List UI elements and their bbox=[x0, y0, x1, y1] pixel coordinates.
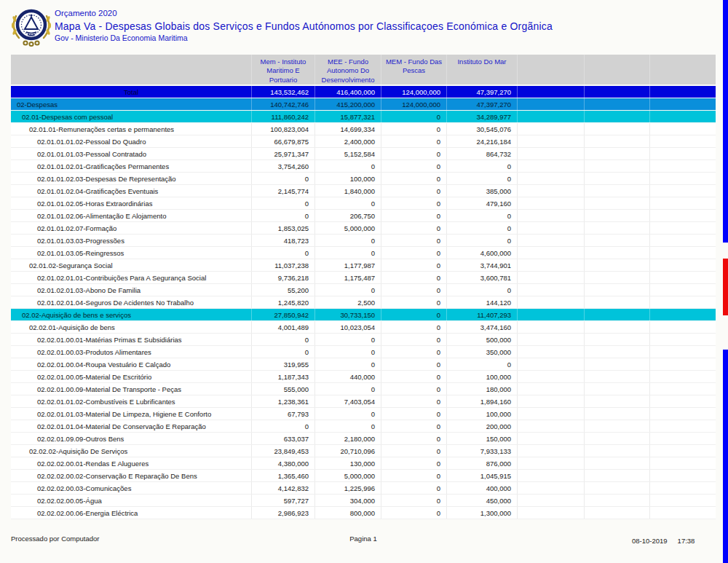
edge-bar-blue-bottom[interactable] bbox=[723, 350, 728, 563]
value-cell-empty bbox=[517, 148, 584, 160]
value-cell-empty bbox=[649, 247, 716, 259]
value-cell: 0 bbox=[381, 495, 446, 506]
value-cell: 0 bbox=[251, 346, 314, 358]
value-cell-empty bbox=[649, 408, 716, 420]
value-cell-empty bbox=[517, 383, 584, 395]
table-row: 02.01.02-Segurança Social11,037,2381,177… bbox=[11, 259, 716, 272]
value-cell-empty bbox=[517, 495, 584, 506]
table-row: 02.02.02.00.02-Conservação E Reparação D… bbox=[11, 470, 716, 482]
value-cell-empty bbox=[584, 309, 649, 320]
column-header-0: Mem - Instituto Maritimo E Portuario bbox=[251, 55, 314, 84]
table-row: 02.01.01.01.03-Pessoal Contratado25,971,… bbox=[11, 148, 716, 160]
value-cell: 3,754,260 bbox=[251, 160, 314, 172]
value-cell: 0 bbox=[381, 135, 446, 147]
value-cell: 0 bbox=[381, 433, 446, 444]
value-cell-empty bbox=[517, 222, 584, 234]
table-row: 02.01.01.02.04-Gratificações Eventuais2,… bbox=[11, 185, 716, 197]
table-body: Total143,532,462416,400,000124,000,00047… bbox=[11, 86, 716, 519]
value-cell: 304,000 bbox=[314, 495, 381, 506]
row-label: 02.01-Despesas com pessoal bbox=[11, 111, 251, 122]
value-cell: 4,600,000 bbox=[446, 247, 517, 259]
table-row: 02.01.01.01.02-Pessoal Do Quadro66,679,8… bbox=[11, 135, 716, 148]
value-cell: 4,142,832 bbox=[251, 482, 314, 494]
table-row: 02.02.01.00.01-Matérias Primas E Subsidi… bbox=[11, 334, 716, 346]
value-cell-empty bbox=[649, 98, 716, 110]
value-cell: 1,245,820 bbox=[251, 296, 314, 308]
value-cell: 864,732 bbox=[446, 148, 517, 160]
value-cell: 0 bbox=[381, 445, 446, 457]
row-label: 02.01.01.03.03-Progressões bbox=[11, 235, 251, 246]
row-label: 02.01.02.01.03-Abono De Familia bbox=[11, 284, 251, 296]
value-cell: 0 bbox=[381, 111, 446, 122]
value-cell-empty bbox=[517, 160, 584, 172]
value-cell: 0 bbox=[381, 160, 446, 172]
value-cell-empty bbox=[584, 222, 649, 234]
row-label: Total bbox=[11, 86, 251, 98]
value-cell: 0 bbox=[314, 346, 381, 358]
edge-bar-blue-top[interactable] bbox=[723, 0, 728, 243]
value-cell: 10,023,054 bbox=[314, 321, 381, 333]
page-header: Orçamento 2020 Mapa Va - Despesas Globai… bbox=[55, 9, 553, 42]
value-cell: 100,000 bbox=[314, 173, 381, 184]
value-cell-empty bbox=[584, 408, 649, 420]
table-row: 02.02.02.00.01-Rendas E Alugueres4,380,0… bbox=[11, 457, 716, 470]
value-cell: 9,736,218 bbox=[251, 272, 314, 283]
value-cell-empty bbox=[649, 445, 716, 457]
value-cell: 0 bbox=[381, 259, 446, 271]
value-cell-empty bbox=[584, 371, 649, 382]
value-cell: 0 bbox=[381, 358, 446, 370]
value-cell-empty bbox=[584, 173, 649, 184]
value-cell: 1,225,996 bbox=[314, 482, 381, 494]
value-cell: 23,849,453 bbox=[251, 445, 314, 457]
value-cell-empty bbox=[584, 111, 649, 122]
value-cell: 0 bbox=[251, 420, 314, 432]
value-cell-empty bbox=[584, 482, 649, 494]
value-cell: 30,733,150 bbox=[314, 309, 381, 320]
value-cell: 0 bbox=[381, 148, 446, 160]
value-cell-empty bbox=[584, 86, 649, 98]
value-cell: 0 bbox=[251, 334, 314, 345]
table-row: 02.02.01.09.09-Outros Bens633,0372,180,0… bbox=[11, 433, 716, 445]
value-cell: 100,000 bbox=[446, 408, 517, 420]
table-row: 02.01.02.01.01-Contribuições Para A Segu… bbox=[11, 272, 716, 284]
row-label: 02.02.02.00.02-Conservação E Reparação D… bbox=[11, 470, 251, 481]
value-cell-empty bbox=[584, 321, 649, 333]
column-headers: Mem - Instituto Maritimo E PortuarioMEE … bbox=[11, 55, 716, 86]
value-cell-empty bbox=[517, 321, 584, 333]
value-cell: 2,400,000 bbox=[314, 135, 381, 147]
value-cell-empty bbox=[517, 309, 584, 320]
value-cell: 3,474,160 bbox=[446, 321, 517, 333]
value-cell-empty bbox=[649, 86, 716, 98]
value-cell: 0 bbox=[314, 247, 381, 259]
row-label: 02.02.01.00.04-Roupa Vestuário E Calçado bbox=[11, 358, 251, 370]
value-cell: 0 bbox=[446, 222, 517, 234]
cabo-verde-coat-of-arms-logo bbox=[9, 6, 54, 48]
value-cell: 206,750 bbox=[314, 210, 381, 221]
value-cell-empty bbox=[649, 433, 716, 444]
value-cell-empty bbox=[517, 210, 584, 221]
value-cell-empty bbox=[649, 346, 716, 358]
value-cell: 440,000 bbox=[314, 371, 381, 382]
value-cell: 415,200,000 bbox=[314, 98, 381, 110]
value-cell: 100,823,004 bbox=[251, 123, 314, 135]
table-row: 02.01.01.02.05-Horas Extraordinárias0004… bbox=[11, 197, 716, 210]
value-cell-empty bbox=[517, 197, 584, 209]
value-cell-empty bbox=[649, 111, 716, 122]
value-cell: 0 bbox=[381, 346, 446, 358]
value-cell: 1,175,487 bbox=[314, 272, 381, 283]
table-row: 02.02.02.00.03-Comunicações4,142,8321,22… bbox=[11, 482, 716, 495]
table-row: 02.02-Aquisição de bens e serviços27,850… bbox=[11, 309, 716, 321]
value-cell: 0 bbox=[446, 284, 517, 296]
value-cell-empty bbox=[649, 148, 716, 160]
value-cell: 0 bbox=[314, 408, 381, 420]
value-cell: 0 bbox=[381, 296, 446, 308]
value-cell: 5,152,584 bbox=[314, 148, 381, 160]
value-cell-empty bbox=[649, 482, 716, 494]
value-cell-empty bbox=[517, 86, 584, 98]
value-cell: 24,216,184 bbox=[446, 135, 517, 147]
row-label: 02-Despesas bbox=[11, 98, 251, 110]
value-cell-empty bbox=[517, 98, 584, 110]
column-header-2: MEM - Fundo Das Pescas bbox=[381, 55, 446, 84]
table-row: 02.01-Despesas com pessoal111,860,24215,… bbox=[11, 111, 716, 123]
value-cell-empty bbox=[584, 296, 649, 308]
